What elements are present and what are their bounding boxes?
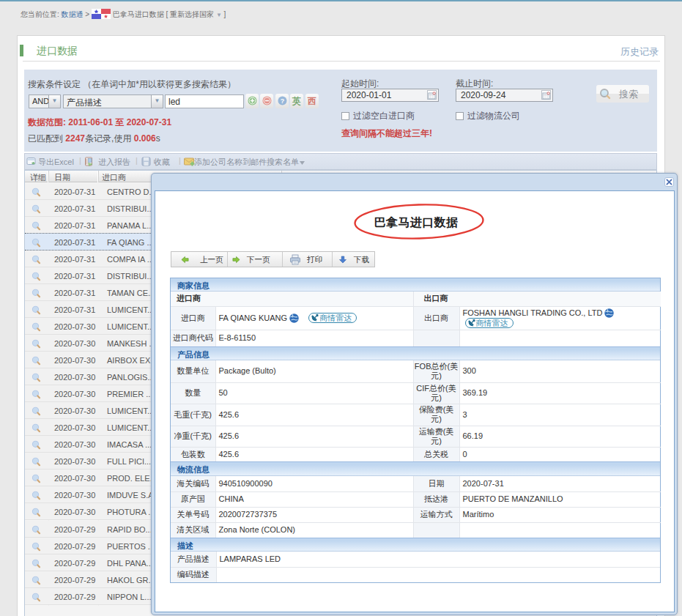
svg-text:?: ? [280, 97, 284, 105]
